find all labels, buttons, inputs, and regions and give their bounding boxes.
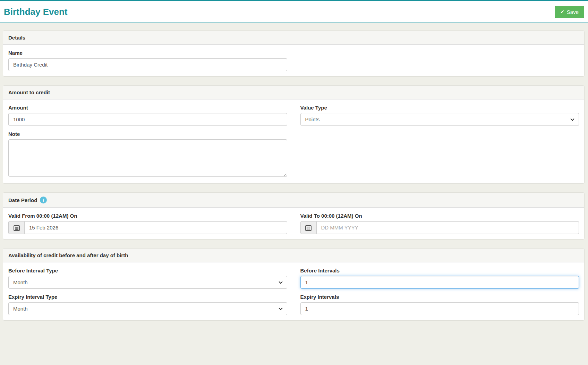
details-empty-col	[300, 50, 579, 71]
before-interval-type-selected-option: Month	[13, 279, 28, 285]
note-label: Note	[8, 131, 287, 137]
chevron-down-icon	[279, 280, 282, 284]
value-type-select[interactable]: Points	[300, 113, 579, 126]
name-input[interactable]	[8, 58, 287, 71]
chevron-down-icon	[570, 117, 574, 121]
check-icon: ✔	[560, 9, 564, 15]
valid-from-calendar-addon[interactable]	[8, 221, 24, 234]
amount-panel-body: Amount Value Type Points Note	[3, 99, 584, 183]
before-intervals-label: Before Intervals	[300, 268, 579, 273]
valid-from-label: Valid From 00:00 (12AM) On	[8, 213, 287, 219]
details-panel: Details Name	[3, 31, 585, 77]
amount-empty-col	[300, 131, 579, 178]
chevron-down-icon	[279, 306, 282, 310]
date-period-panel-body: Valid From 00:00 (12AM) On	[3, 208, 584, 239]
amount-input[interactable]	[8, 113, 287, 126]
date-period-panel: Date Period i Valid From 00:00 (12AM) On	[3, 192, 585, 240]
details-panel-title: Details	[8, 35, 25, 41]
page-title: Birthday Event	[4, 7, 68, 17]
details-panel-heading: Details	[3, 31, 584, 45]
details-panel-body: Name	[3, 45, 584, 76]
note-textarea[interactable]	[8, 139, 287, 177]
amount-label: Amount	[8, 105, 287, 111]
availability-panel-body: Before Interval Type Month Before Interv…	[3, 262, 584, 320]
amount-panel: Amount to credit Amount Value Type Point…	[3, 85, 585, 184]
value-type-selected-option: Points	[305, 116, 320, 122]
availability-panel: Availability of credit before and after …	[3, 248, 585, 321]
calendar-icon	[305, 225, 312, 231]
expiry-interval-type-label: Expiry Interval Type	[8, 294, 287, 300]
value-type-label: Value Type	[300, 105, 579, 111]
amount-panel-title: Amount to credit	[8, 89, 50, 95]
availability-panel-heading: Availability of credit before and after …	[3, 249, 584, 262]
valid-to-label: Valid To 00:00 (12AM) On	[300, 213, 579, 219]
save-button-label: Save	[567, 9, 579, 15]
form-main: Details Name Amount to credit Amount	[0, 31, 588, 321]
expiry-interval-type-select[interactable]: Month	[8, 302, 287, 315]
info-icon[interactable]: i	[40, 197, 47, 203]
date-period-panel-title: Date Period	[8, 197, 37, 203]
availability-panel-title: Availability of credit before and after …	[8, 252, 128, 258]
expiry-intervals-label: Expiry Intervals	[300, 294, 579, 300]
expiry-interval-type-selected-option: Month	[13, 306, 28, 312]
valid-from-input[interactable]	[24, 221, 287, 234]
name-label: Name	[8, 50, 287, 56]
before-interval-type-select[interactable]: Month	[8, 276, 287, 289]
expiry-intervals-input[interactable]	[300, 302, 579, 315]
amount-panel-heading: Amount to credit	[3, 86, 584, 99]
valid-to-calendar-addon[interactable]	[300, 221, 316, 234]
before-interval-type-label: Before Interval Type	[8, 268, 287, 273]
date-period-panel-heading: Date Period i	[3, 193, 584, 208]
before-intervals-input[interactable]	[300, 276, 579, 289]
valid-to-input[interactable]	[316, 221, 579, 234]
page-header: Birthday Event ✔ Save	[0, 0, 588, 23]
calendar-icon	[14, 225, 20, 231]
save-button[interactable]: ✔ Save	[555, 6, 584, 18]
